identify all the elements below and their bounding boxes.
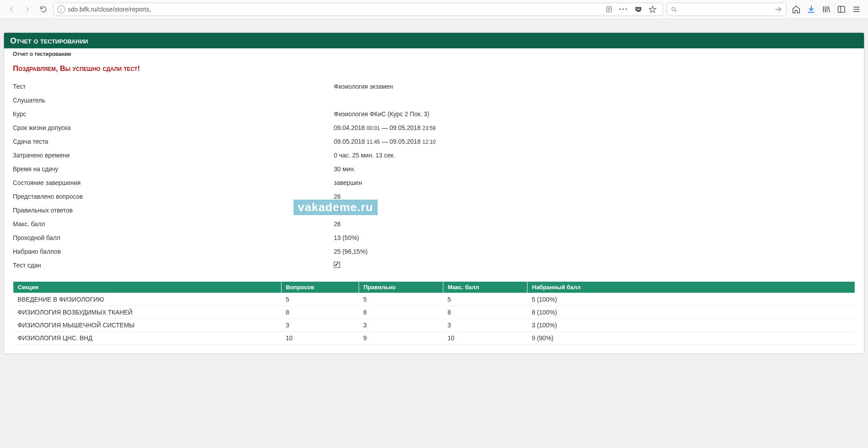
menu-icon[interactable] (852, 5, 861, 14)
detail-label: Проходной балл (13, 234, 334, 241)
table-header: Макс. балл (443, 282, 528, 293)
detail-row: Макс. балл26 (13, 217, 855, 231)
detail-value: завершен (334, 179, 855, 186)
back-button[interactable] (5, 3, 18, 16)
report-page: Отчет о тестировании Отчет о тестировани… (4, 32, 864, 354)
detail-value: 13 (50%) (334, 234, 855, 241)
detail-row: Слушатель (13, 93, 855, 107)
search-icon (671, 6, 677, 13)
watermark: vakademe.ru (293, 199, 378, 216)
breadcrumb: Отчет о тестировании (4, 48, 864, 60)
table-cell: 10 (443, 332, 528, 345)
table-cell: ФИЗИОЛОГИЯ МЫШЕЧНОЙ СИСТЕМЫ (13, 319, 282, 332)
svg-line-9 (829, 6, 830, 12)
detail-row: Тест сдан (13, 258, 855, 272)
detail-label: Макс. балл (13, 220, 334, 228)
site-info-icon[interactable]: i (57, 5, 65, 13)
detail-value: Физиология экзамен (334, 83, 855, 90)
table-cell: 3 (359, 319, 443, 332)
detail-value: 09.04.2018 00:01 — 09.05.2018 23:59 (334, 124, 855, 131)
detail-row: Набрано баллов25 (96,15%) (13, 244, 855, 258)
table-cell: 8 (359, 306, 443, 319)
table-cell: 8 (443, 306, 528, 319)
detail-row: Срок жизни допуска09.04.2018 00:01 — 09.… (13, 121, 855, 134)
table-cell: 5 (359, 293, 443, 306)
url-action-icons: ··· (606, 5, 659, 14)
detail-label: Время на сдачу (13, 165, 334, 173)
table-cell: 5 (443, 293, 528, 306)
detail-label: Состояние завершения (13, 179, 334, 186)
search-bar[interactable] (667, 3, 786, 16)
detail-label: Представлено вопросов (13, 193, 334, 200)
table-cell: 8 (100%) (528, 306, 855, 319)
detail-row: ТестФизиология экзамен (13, 79, 855, 93)
table-cell: 8 (282, 306, 359, 319)
home-icon[interactable] (792, 5, 801, 14)
downloads-icon[interactable] (807, 5, 816, 14)
detail-value: 26 (334, 220, 855, 228)
table-header: Набранный балл (528, 282, 855, 293)
congrats-message: Поздравляем, Вы успешно сдали тест! (4, 60, 864, 79)
detail-label: Правильных ответов (13, 207, 334, 214)
detail-row: Правильных ответов25 (13, 203, 855, 217)
table-header: Вопросов (282, 282, 359, 293)
detail-value: Физиология ФКиС (Курс 2 Пок. 3) (334, 110, 855, 118)
detail-value: 30 мин. (334, 165, 855, 173)
svg-point-4 (672, 7, 676, 11)
detail-label: Тест сдан (13, 262, 334, 269)
detail-row: Представлено вопросов26 (13, 189, 855, 203)
detail-label: Набрано баллов (13, 248, 334, 255)
table-cell: ФИЗИОЛОГИЯ ВОЗБУДИМЫХ ТКАНЕЙ (13, 306, 282, 319)
reload-button[interactable] (37, 3, 50, 16)
library-icon[interactable] (822, 5, 831, 14)
detail-row: Проходной балл13 (50%) (13, 231, 855, 244)
table-header: Секция (13, 282, 282, 293)
forward-button[interactable] (21, 3, 34, 16)
detail-value: 26 (334, 193, 855, 200)
table-row: ВВЕДЕНИЕ В ФИЗИОЛОГИЮ5555 (100%) (13, 293, 855, 306)
table-row: ФИЗИОЛОГИЯ ВОЗБУДИМЫХ ТКАНЕЙ8888 (100%) (13, 306, 855, 319)
page-actions-icon[interactable]: ··· (619, 5, 628, 14)
table-cell: 3 (100%) (528, 319, 855, 332)
detail-row: КурсФизиология ФКиС (Курс 2 Пок. 3) (13, 107, 855, 121)
pocket-icon[interactable] (634, 5, 642, 13)
detail-value: 25 (96,15%) (334, 248, 855, 255)
search-go-icon[interactable] (774, 5, 782, 13)
table-cell: 3 (443, 319, 528, 332)
checkbox-checked-icon (334, 262, 340, 268)
table-cell: 3 (282, 319, 359, 332)
detail-value (334, 262, 855, 269)
table-cell: ФИЗИОЛОГИЯ ЦНС. ВНД (13, 332, 282, 345)
table-cell: ВВЕДЕНИЕ В ФИЗИОЛОГИЮ (13, 293, 282, 306)
detail-label: Тест (13, 83, 334, 90)
detail-label: Слушатель (13, 97, 334, 104)
table-row: ФИЗИОЛОГИЯ МЫШЕЧНОЙ СИСТЕМЫ3333 (100%) (13, 319, 855, 332)
detail-value: 09.05.2018 11:45 — 09.05.2018 12:10 (334, 138, 855, 145)
table-header: Правильно (359, 282, 443, 293)
detail-row: Состояние завершениязавершен (13, 176, 855, 189)
browser-toolbar-icons (790, 5, 863, 14)
detail-row: Затрачено времени0 час. 25 мин. 13 сек. (13, 148, 855, 162)
browser-toolbar: i sdo.bifk.ru/close/store/reports, ··· (0, 0, 868, 19)
sidebar-icon[interactable] (837, 5, 846, 14)
url-bar[interactable]: i sdo.bifk.ru/close/store/reports, ··· (53, 3, 663, 16)
detail-row: Сдача теста09.05.2018 11:45 — 09.05.2018… (13, 134, 855, 148)
svg-line-5 (675, 10, 676, 12)
table-cell: 5 (282, 293, 359, 306)
reader-mode-icon[interactable] (606, 6, 613, 13)
url-text: sdo.bifk.ru/close/store/reports, (68, 6, 151, 13)
table-cell: 9 (90%) (528, 332, 855, 345)
bookmark-star-icon[interactable] (649, 5, 657, 13)
detail-label: Затрачено времени (13, 152, 334, 159)
detail-label: Срок жизни допуска (13, 124, 334, 131)
details-list: ТестФизиология экзаменСлушательКурсФизио… (4, 79, 864, 354)
detail-value: 0 час. 25 мин. 13 сек. (334, 152, 855, 159)
detail-value: 25 (334, 207, 855, 214)
page-title: Отчет о тестировании (4, 33, 864, 48)
svg-rect-10 (838, 6, 845, 12)
detail-label: Сдача теста (13, 138, 334, 145)
detail-value (334, 97, 855, 104)
table-cell: 10 (282, 332, 359, 345)
table-cell: 5 (100%) (528, 293, 855, 306)
detail-label: Курс (13, 110, 334, 118)
